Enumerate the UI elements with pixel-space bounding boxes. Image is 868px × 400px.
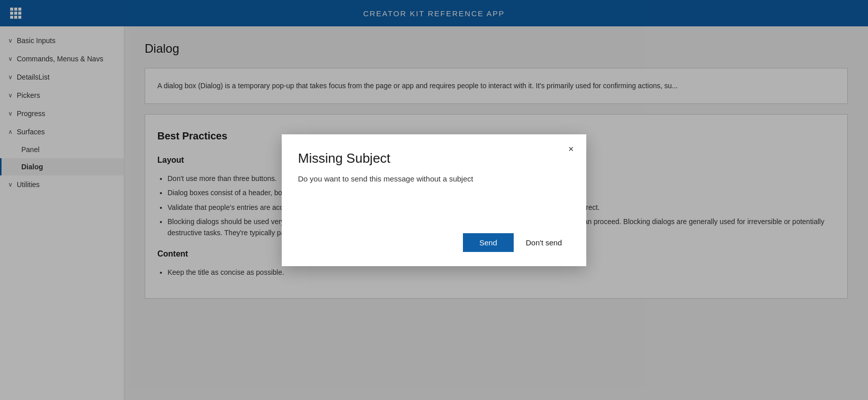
dialog: × Missing Subject Do you want to send th…	[282, 134, 586, 266]
dialog-title: Missing Subject	[298, 151, 570, 166]
dialog-close-button[interactable]: ×	[564, 142, 578, 157]
dialog-actions: Send Don't send	[298, 233, 570, 252]
dialog-overlay: × Missing Subject Do you want to send th…	[0, 0, 868, 400]
dialog-message: Do you want to send this message without…	[298, 174, 570, 213]
send-button[interactable]: Send	[463, 233, 514, 252]
dont-send-button[interactable]: Don't send	[518, 233, 570, 252]
